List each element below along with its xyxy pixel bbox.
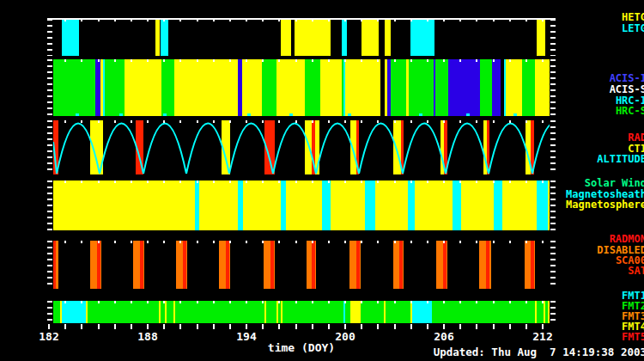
day-tick [262,241,264,243]
day-tick [526,59,527,62]
segment [356,241,360,289]
day-tick [262,120,264,123]
x-axis-tick [427,324,428,329]
day-tick [163,180,165,183]
band-telemetry [53,301,550,323]
day-tick [229,301,231,303]
day-tick [163,241,165,243]
segment [544,301,545,323]
day-tick [459,241,461,243]
day-tick [246,301,247,303]
day-tick [377,120,379,123]
day-tick [493,241,495,243]
day-tick [443,59,445,62]
day-tick [410,241,412,243]
day-tick [64,301,66,303]
segment [391,59,406,116]
day-tick [229,120,231,123]
day-tick [377,241,379,243]
day-tick [493,120,495,123]
day-tick [328,241,330,243]
band-ruler-left [47,59,52,116]
segment [86,301,88,323]
day-tick [542,120,544,123]
band-ruler-right [550,241,556,289]
day-tick [81,180,82,183]
x-axis-tick [459,324,461,329]
day-tick [427,120,428,123]
day-tick [179,120,181,123]
x-axis-tick [312,324,313,329]
label-radmon: RADMON [610,233,644,245]
day-tick [98,120,100,123]
day-tick [328,180,330,183]
segment [384,301,386,323]
band-grating [53,19,550,56]
segment [448,59,480,116]
x-axis-tick [262,324,264,329]
x-axis-tick [361,324,362,329]
segment [195,180,199,230]
day-tick [443,180,445,183]
x-axis-tick [509,324,511,329]
detector-mark [289,113,293,116]
updated-timestamp: Updated: Thu Aug 7 14:19:38 2003 [434,346,644,358]
segment [173,301,175,323]
x-axis-tick [443,324,445,329]
detector-mark [348,113,351,116]
segment [486,241,489,289]
segment [322,180,331,230]
segment [408,180,415,230]
day-tick [427,301,428,303]
x-axis-tick [344,324,346,329]
day-tick [295,120,297,123]
x-axis-tick [542,324,544,329]
label-sat: SAT [628,265,644,277]
day-tick [312,241,313,243]
day-tick [312,120,313,123]
segment [270,241,274,289]
x-axis-tick-label: 182 [28,330,70,343]
day-tick [213,241,215,243]
day-tick [459,301,461,303]
day-tick [131,120,132,123]
label-altitude: ALTITUDE [597,153,644,165]
segment [345,59,380,116]
day-tick [377,301,379,303]
day-tick [246,120,247,123]
x-axis-tick [197,324,198,329]
label-rad: RAD [628,132,644,144]
day-tick [262,59,264,62]
band-ruler-right [550,120,556,174]
day-tick [410,120,412,123]
day-tick [427,59,428,62]
day-tick [542,301,544,303]
day-tick [509,180,511,183]
day-tick [229,180,231,183]
day-tick [328,301,330,303]
segment [161,19,168,56]
day-tick [278,120,280,123]
band-ruler-left [47,180,52,230]
segment [161,59,174,116]
day-tick [394,180,396,183]
segment [97,241,100,289]
segment [480,59,492,116]
segment [276,59,305,116]
day-tick [197,59,198,62]
segment [385,19,391,56]
x-axis-tick [328,324,330,329]
day-tick [509,301,511,303]
day-tick [147,301,149,303]
detector-mark [119,113,123,116]
segment [312,241,315,289]
day-tick [98,241,100,243]
x-axis-tick [229,324,231,329]
day-tick [476,241,477,243]
day-tick [179,59,181,62]
day-tick [476,301,477,303]
day-tick [98,180,100,183]
altitude-curve [53,124,550,174]
band-ruler-right [550,180,556,230]
segment [226,241,229,289]
